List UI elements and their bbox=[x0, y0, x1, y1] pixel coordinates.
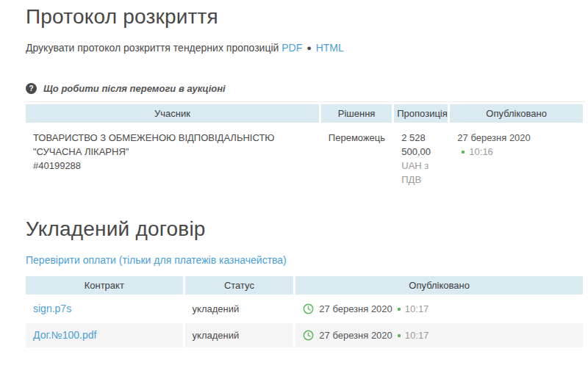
participant-id: #40199288 bbox=[33, 159, 312, 173]
published-time: 10:16 bbox=[469, 146, 493, 157]
contract-published-cell: 27 березня 2020 10:17 bbox=[295, 297, 583, 321]
contract-published-cell: 27 березня 2020 10:17 bbox=[295, 323, 583, 347]
header-status: Статус bbox=[185, 276, 294, 295]
help-link-label: Що робити після перемоги в аукціоні bbox=[43, 83, 226, 94]
contract-section: Укладений договір Перевірити оплати (тіл… bbox=[26, 217, 581, 350]
contract-file-cell: Дог.№100.pdf bbox=[26, 323, 183, 347]
header-contract-published: Опубліковано bbox=[295, 276, 583, 295]
print-protocol-line: Друкувати протокол розкриття тендерних п… bbox=[26, 40, 581, 55]
links-separator-dot: ● bbox=[306, 43, 312, 52]
time-bullet-icon bbox=[462, 151, 465, 154]
contract-time-group: 10:17 bbox=[398, 328, 429, 342]
contract-published-date: 27 березня 2020 bbox=[319, 328, 392, 342]
contract-table-row: sign.p7s укладений 27 березня 2020 bbox=[26, 297, 583, 321]
header-contract: Контракт bbox=[26, 276, 183, 295]
contract-status-cell: укладений bbox=[185, 323, 294, 347]
protocol-table-header-row: Учасник Рішення Пропозиція Опубліковано bbox=[26, 104, 583, 123]
published-time-line: 10:16 bbox=[462, 145, 576, 159]
contract-status-cell: укладений bbox=[185, 297, 294, 321]
check-payments-line: Перевірити оплати (тільки для платежів к… bbox=[26, 253, 581, 267]
proposal-amount: 2 528 500,00 bbox=[401, 131, 440, 159]
contract-table-row: Дог.№100.pdf укладений 27 березня 2020 bbox=[26, 323, 583, 347]
header-published: Опубліковано bbox=[450, 104, 583, 123]
contract-file-cell: sign.p7s bbox=[26, 297, 183, 321]
page-container: Протокол розкриття Друкувати протокол ро… bbox=[0, 0, 588, 350]
published-cell: 27 березня 2020 10:16 bbox=[450, 125, 583, 192]
header-proposal: Пропозиція bbox=[394, 104, 448, 123]
contract-published-time: 10:17 bbox=[405, 330, 429, 341]
protocol-section-title: Протокол розкриття bbox=[26, 4, 581, 29]
question-circle-icon: ? bbox=[26, 83, 37, 94]
help-line[interactable]: ? Що робити після перемоги в аукціоні bbox=[26, 83, 581, 94]
participant-cell: ТОВАРИСТВО З ОБМЕЖЕНОЮ ВІДПОВІДАЛЬНІСТЮ … bbox=[26, 125, 319, 192]
contract-published-date: 27 березня 2020 bbox=[319, 302, 392, 316]
time-bullet-icon bbox=[398, 334, 401, 337]
clock-icon bbox=[303, 330, 314, 341]
contract-file-link[interactable]: Дог.№100.pdf bbox=[33, 329, 96, 341]
proposal-currency: UAH з ПДВ bbox=[401, 160, 429, 185]
proposal-cell: 2 528 500,00 UAH з ПДВ bbox=[394, 125, 448, 192]
pdf-link[interactable]: PDF bbox=[282, 42, 302, 54]
contract-time-group: 10:17 bbox=[398, 302, 429, 316]
print-protocol-text: Друкувати протокол розкриття тендерних п… bbox=[26, 42, 279, 54]
contract-published-time: 10:17 bbox=[405, 303, 429, 314]
clock-icon bbox=[303, 303, 314, 314]
time-bullet-icon bbox=[398, 308, 401, 311]
html-link[interactable]: HTML bbox=[316, 42, 344, 54]
header-decision: Рішення bbox=[321, 104, 392, 123]
protocol-table: Учасник Рішення Пропозиція Опубліковано … bbox=[24, 101, 585, 195]
protocol-table-row: ТОВАРИСТВО З ОБМЕЖЕНОЮ ВІДПОВІДАЛЬНІСТЮ … bbox=[26, 125, 583, 192]
header-participant: Учасник bbox=[26, 104, 319, 123]
contract-table-header-row: Контракт Статус Опубліковано bbox=[26, 276, 583, 295]
contract-section-title: Укладений договір bbox=[26, 217, 581, 242]
contract-file-link[interactable]: sign.p7s bbox=[33, 303, 71, 314]
decision-cell: Переможець bbox=[321, 125, 392, 192]
contract-table: Контракт Статус Опубліковано sign.p7s ук… bbox=[24, 274, 585, 350]
participant-name: ТОВАРИСТВО З ОБМЕЖЕНОЮ ВІДПОВІДАЛЬНІСТЮ … bbox=[33, 132, 274, 157]
check-payments-link[interactable]: Перевірити оплати (тільки для платежів к… bbox=[26, 254, 287, 266]
published-date: 27 березня 2020 bbox=[457, 132, 531, 143]
